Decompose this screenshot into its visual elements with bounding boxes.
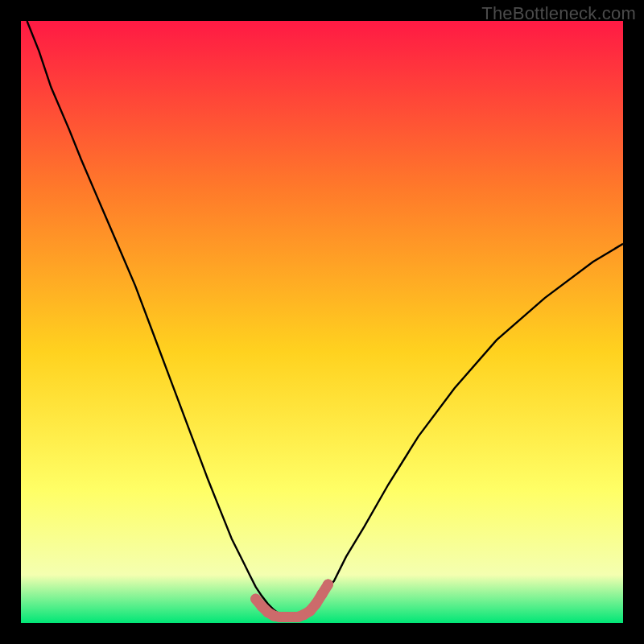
marker-dot: [317, 589, 328, 600]
gradient-background: [21, 21, 623, 623]
outer-frame: TheBottleneck.com: [0, 0, 644, 644]
marker-dot: [323, 580, 333, 590]
marker-dot: [311, 599, 321, 609]
chart-svg: [21, 21, 623, 623]
chart-plot-area: [21, 21, 623, 623]
